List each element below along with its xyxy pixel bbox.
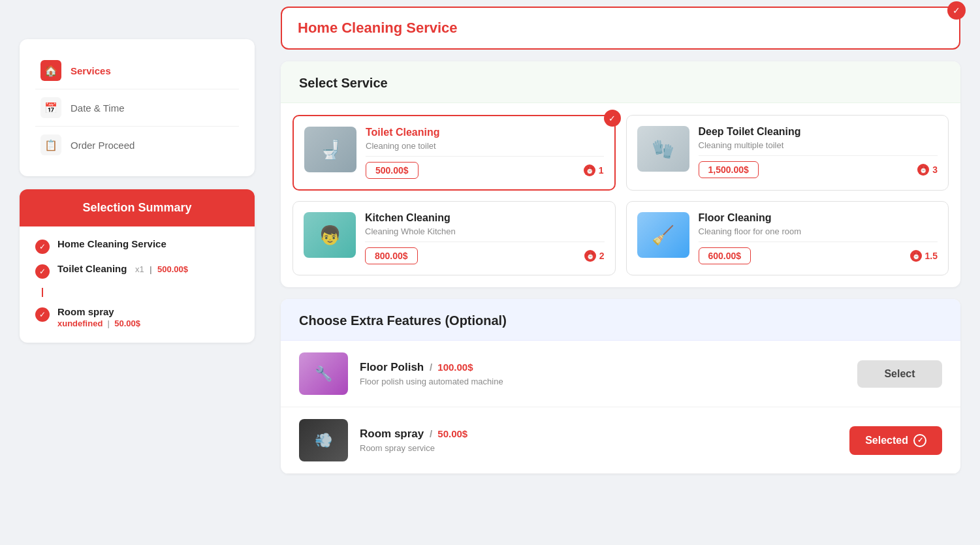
service-card-check-toilet: ✓ [604,110,621,127]
kitchen-cleaning-time: ⏰ 2 [584,250,605,262]
summary-item-name-room-spray: Room spray [57,306,140,317]
kitchen-cleaning-name: Kitchen Cleaning [365,212,605,224]
floor-cleaning-time: ⏰ 1.5 [910,250,938,262]
select-service-title: Select Service [299,76,388,90]
select-service-header: Select Service [281,61,960,103]
summary-item-text-home: Home Cleaning Service [57,238,166,249]
summary-item-text-toilet: Toilet Cleaning x1 | 500.00$ [57,263,188,274]
kitchen-cleaning-bottom: 800.00$ ⏰ 2 [365,247,605,264]
summary-item-name-toilet: Toilet Cleaning x1 | 500.00$ [57,263,188,274]
floor-cleaning-name: Floor Cleaning [699,212,938,224]
toilet-clock-icon: ⏰ [584,164,595,176]
floor-cleaning-image: 🧹 [637,212,689,258]
service-card-kitchen[interactable]: 👦 Kitchen Cleaning Cleaning Whole Kitche… [292,201,616,275]
deep-toilet-cleaning-image: 🧤 [637,126,689,172]
floor-cleaning-desc: Cleaning floor for one room [699,226,938,242]
toilet-cleaning-price: 500.00$ [366,162,419,179]
kitchen-clock-icon: ⏰ [584,250,596,262]
service-card-top-floor-cleaning: 🧹 Floor Cleaning Cleaning floor for one … [637,212,938,264]
deep-toilet-cleaning-time: ⏰ 3 [917,164,938,176]
summary-item-name-home: Home Cleaning Service [57,238,166,249]
summary-item-detail-room-spray: xundefined | 50.00$ [57,319,140,328]
deep-toilet-clock-icon: ⏰ [917,164,929,176]
toilet-cleaning-desc: Cleaning one toilet [366,141,604,157]
services-label: Services [71,65,111,76]
order-icon: 📋 [40,134,61,155]
floor-polish-desc: Floor polish using automated machine [360,377,846,386]
service-card-deep-toilet[interactable]: 🧤 Deep Toilet Cleaning Cleaning multiple… [626,115,949,191]
deep-toilet-cleaning-desc: Cleaning multiple toilet [699,140,938,156]
order-label: Order Proceed [71,140,134,151]
floor-polish-select-button[interactable]: Select [857,360,942,388]
sidebar-item-datetime[interactable]: 📅 Date & Time [35,89,239,127]
datetime-icon: 📅 [40,97,61,118]
room-spray-info: Room spray / 50.00$ Room spray service [360,428,838,453]
floor-cleaning-bottom: 600.00$ ⏰ 1.5 [699,247,938,264]
toilet-cleaning-info: Toilet Cleaning Cleaning one toilet 500.… [366,127,604,179]
select-service-section: Select Service ✓ 🚽 Toilet Cleaning Clean… [281,61,960,287]
banner-check-icon: ✓ [947,1,966,20]
summary-check-toilet: ✓ [35,264,50,279]
kitchen-cleaning-desc: Cleaning Whole Kitchen [365,226,605,242]
room-spray-selected-button[interactable]: Selected ✓ [849,426,942,455]
sidebar-item-order[interactable]: 📋 Order Proceed [35,127,239,163]
summary-item-toilet: ✓ Toilet Cleaning x1 | 500.00$ [35,263,239,279]
room-spray-name: Room spray / 50.00$ [360,428,838,441]
services-icon: 🏠 [40,60,61,81]
kitchen-cleaning-image: 👦 [304,212,356,258]
summary-item-text-room-spray: Room spray xundefined | 50.00$ [57,306,140,328]
summary-item-home: ✓ Home Cleaning Service [35,238,239,254]
toilet-cleaning-name: Toilet Cleaning [366,127,604,138]
datetime-label: Date & Time [71,102,125,114]
extra-item-room-spray: 💨 Room spray / 50.00$ Room spray service… [281,407,960,474]
toilet-cleaning-time: ⏰ 1 [584,164,604,176]
toilet-cleaning-image: 🚽 [304,127,356,172]
service-card-top-deep-toilet: 🧤 Deep Toilet Cleaning Cleaning multiple… [637,126,938,178]
summary-check-home: ✓ [35,240,50,254]
extra-item-floor-polish: 🔧 Floor Polish / 100.00$ Floor polish us… [281,341,960,407]
selection-summary-card: Selection Summary ✓ Home Cleaning Servic… [20,189,255,343]
toilet-cleaning-bottom: 500.00$ ⏰ 1 [366,162,604,179]
summary-title: Selection Summary [82,201,191,214]
summary-check-room-spray: ✓ [35,307,50,322]
sidebar-item-services[interactable]: 🏠 Services [35,52,239,89]
deep-toilet-cleaning-name: Deep Toilet Cleaning [699,126,938,138]
room-spray-image: 💨 [299,419,348,461]
service-card-floor-cleaning[interactable]: 🧹 Floor Cleaning Cleaning floor for one … [626,201,949,275]
extra-features-header: Choose Extra Features (Optional) [281,299,960,341]
floor-cleaning-price: 600.00$ [699,247,751,264]
room-spray-desc: Room spray service [360,443,838,453]
kitchen-cleaning-price: 800.00$ [365,247,418,264]
floor-clock-icon: ⏰ [910,250,922,262]
service-card-top-kitchen: 👦 Kitchen Cleaning Cleaning Whole Kitche… [304,212,605,264]
deep-toilet-cleaning-price: 1,500.00$ [699,161,759,178]
deep-toilet-cleaning-info: Deep Toilet Cleaning Cleaning multiple t… [699,126,938,178]
summary-header: Selection Summary [20,189,255,226]
main-content: Home Cleaning Service ✓ Select Service ✓… [274,0,980,545]
service-card-toilet[interactable]: ✓ 🚽 Toilet Cleaning Cleaning one toilet … [292,115,616,191]
summary-item-room-spray: ✓ Room spray xundefined | 50.00$ [35,306,239,328]
sidebar: 🏠 Services 📅 Date & Time 📋 Order Proceed… [0,0,274,545]
extra-features-section: Choose Extra Features (Optional) 🔧 Floor… [281,299,960,474]
service-banner[interactable]: Home Cleaning Service ✓ [281,7,960,50]
floor-cleaning-info: Floor Cleaning Cleaning floor for one ro… [699,212,938,264]
nav-card: 🏠 Services 📅 Date & Time 📋 Order Proceed [20,39,255,176]
floor-polish-info: Floor Polish / 100.00$ Floor polish usin… [360,361,846,386]
extra-features-title: Choose Extra Features (Optional) [299,313,507,328]
kitchen-cleaning-info: Kitchen Cleaning Cleaning Whole Kitchen … [365,212,605,264]
service-card-top-toilet: 🚽 Toilet Cleaning Cleaning one toilet 50… [304,127,604,179]
floor-polish-name: Floor Polish / 100.00$ [360,361,846,374]
summary-divider [42,288,43,297]
services-grid: ✓ 🚽 Toilet Cleaning Cleaning one toilet … [281,103,960,287]
room-spray-selected-check-icon: ✓ [913,434,926,447]
floor-polish-image: 🔧 [299,352,348,395]
banner-title: Home Cleaning Service [298,20,458,37]
deep-toilet-cleaning-bottom: 1,500.00$ ⏰ 3 [699,161,938,178]
summary-body: ✓ Home Cleaning Service ✓ Toilet Cleanin… [20,226,255,343]
